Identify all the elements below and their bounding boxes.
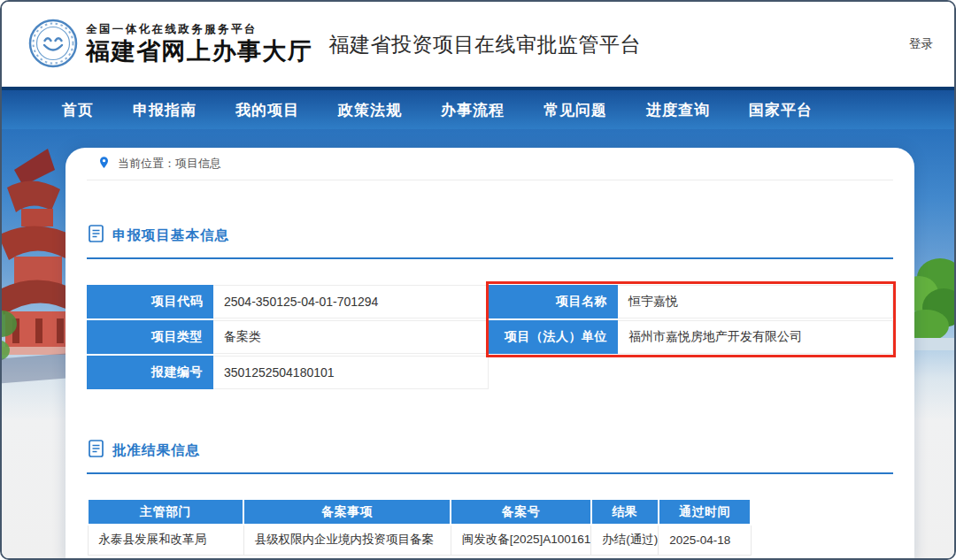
cell-pass-date: 2025-04-18 [659, 525, 751, 555]
field-value: 备案类 [213, 320, 489, 354]
field-label: 项目（法人）单位 [489, 320, 618, 354]
field-value: 3501252504180101 [213, 356, 489, 389]
section-divider [87, 257, 893, 259]
cell-filing-item: 县级权限内企业境内投资项目备案 [243, 525, 451, 555]
nav-item-policies[interactable]: 政策法规 [338, 100, 402, 120]
nav-item-my-projects[interactable]: 我的项目 [235, 100, 299, 120]
location-pin-icon [97, 156, 111, 173]
col-header-filing-number: 备案号 [451, 499, 591, 525]
content-panel: 当前位置：项目信息 申报项目基本信息 项目代码 2504-350125-04-0… [66, 148, 914, 560]
cell-department: 永泰县发展和改革局 [88, 525, 243, 555]
table-row: 永泰县发展和改革局 县级权限内企业境内投资项目备案 闽发改备[2025]A100… [88, 525, 751, 555]
nav-item-declare-guide[interactable]: 申报指南 [133, 100, 197, 120]
nav-item-home[interactable]: 首页 [62, 100, 94, 120]
field-label: 报建编号 [87, 356, 213, 389]
basic-info-grid: 项目代码 2504-350125-04-01-701294 项目类型 备案类 报… [87, 285, 893, 391]
cell-result: 办结(通过) [591, 525, 659, 555]
document-icon [89, 225, 104, 246]
basic-info-left-column: 项目代码 2504-350125-04-01-701294 项目类型 备案类 报… [87, 285, 489, 391]
logo-portal-name: 福建省网上办事大厅 [86, 39, 313, 65]
field-value: 2504-350125-04-01-701294 [213, 285, 489, 318]
approval-result-table: 主管部门 备案事项 备案号 结果 通过时间 永泰县发展和改革局 县级权限内企业境… [87, 498, 752, 556]
nav-item-national-platform[interactable]: 国家平台 [749, 100, 813, 120]
field-build-number: 报建编号 3501252504180101 [87, 356, 489, 389]
site-header: 全国一体化在线政务服务平台 福建省网上办事大厅 福建省投资项目在线审批监管平台 … [2, 2, 954, 87]
nav-item-process[interactable]: 办事流程 [441, 100, 505, 120]
col-header-pass-date: 通过时间 [659, 499, 751, 525]
field-label: 项目名称 [489, 285, 618, 318]
app-window: 全国一体化在线政务服务平台 福建省网上办事大厅 福建省投资项目在线审批监管平台 … [0, 0, 956, 560]
section-basic-info-title: 申报项目基本信息 [112, 226, 229, 245]
smiley-badge-logo-icon [28, 19, 78, 72]
field-project-type: 项目类型 备案类 [87, 320, 489, 354]
nav-item-progress-query[interactable]: 进度查询 [646, 100, 710, 120]
page-title: 福建省投资项目在线审批监管平台 [329, 31, 642, 58]
field-label: 项目代码 [87, 285, 213, 318]
field-project-name: 项目名称 恒宇嘉悦 [489, 285, 893, 318]
nav-item-faq[interactable]: 常见问题 [544, 100, 607, 120]
breadcrumb-label: 当前位置：项目信息 [118, 156, 221, 172]
col-header-filing-item: 备案事项 [243, 499, 451, 525]
col-header-result: 结果 [591, 499, 659, 525]
logo-tagline: 全国一体化在线政务服务平台 [86, 24, 313, 36]
basic-info-right-column: 项目名称 恒宇嘉悦 项目（法人）单位 福州市嘉悦房地产开发有限公司 [489, 285, 893, 391]
section-approval-result-title: 批准结果信息 [112, 441, 200, 460]
field-value: 恒宇嘉悦 [618, 285, 893, 318]
col-header-department: 主管部门 [88, 499, 243, 525]
cell-filing-number: 闽发改备[2025]A100161 [451, 525, 591, 555]
field-legal-entity: 项目（法人）单位 福州市嘉悦房地产开发有限公司 [489, 320, 893, 354]
section-divider [87, 472, 893, 474]
section-basic-info-header: 申报项目基本信息 [87, 225, 893, 246]
document-icon [89, 440, 104, 461]
main-nav: 首页 申报指南 我的项目 政策法规 办事流程 常见问题 进度查询 国家平台 [2, 90, 954, 129]
section-approval-result-header: 批准结果信息 [87, 440, 893, 461]
field-project-code: 项目代码 2504-350125-04-01-701294 [87, 285, 489, 318]
portal-logo-text: 全国一体化在线政务服务平台 福建省网上办事大厅 [86, 24, 313, 65]
table-header-row: 主管部门 备案事项 备案号 结果 通过时间 [88, 499, 751, 525]
login-link[interactable]: 登录 [909, 36, 933, 52]
breadcrumb: 当前位置：项目信息 [87, 148, 893, 180]
field-label: 项目类型 [87, 320, 213, 354]
field-value: 福州市嘉悦房地产开发有限公司 [618, 320, 893, 354]
